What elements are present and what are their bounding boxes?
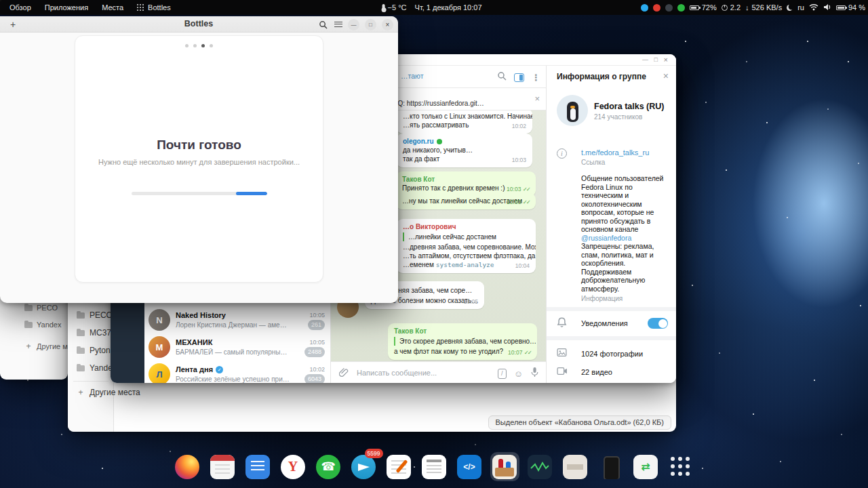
dock-item-packages[interactable] — [561, 452, 590, 481]
sidebar-item-label: РЕСО — [90, 310, 113, 320]
dock-item-telegram[interactable]: 5599 — [349, 452, 378, 481]
attach-icon[interactable] — [339, 367, 349, 380]
add-icon[interactable]: + — [7, 18, 19, 30]
sidebar-item-reso[interactable]: РЕСО — [24, 304, 58, 312]
dock-item-yandex-browser[interactable]: Y — [279, 452, 308, 481]
photos-label[interactable]: 1024 фотографии — [581, 350, 643, 358]
night-light-icon[interactable] — [787, 5, 793, 11]
kebab-menu-icon[interactable]: ⋮ — [532, 73, 540, 83]
audio-analyzer-icon — [528, 455, 552, 479]
dock-item-analyzer[interactable] — [526, 452, 555, 481]
app-tray-icon[interactable] — [665, 4, 673, 12]
inline-code: systemd-analyze — [436, 261, 494, 268]
menu-icon[interactable] — [334, 22, 342, 27]
sidebar-item-other-places[interactable]: + Другие места — [77, 385, 140, 400]
bot-commands-icon[interactable]: / — [498, 369, 507, 379]
chat-name: МЕХАНИК — [176, 338, 212, 346]
group-description: Общение пользователей Fedora Linux по те… — [581, 174, 673, 293]
folder-icon — [77, 330, 85, 336]
clock[interactable]: Чт, 1 декабря 10:07 — [415, 3, 482, 12]
wifi-icon[interactable] — [809, 3, 818, 12]
chat-list-item[interactable]: Л Лента дня ✓ 10:02 Российские зелёные у… — [144, 361, 330, 383]
typing-indicator: …тают — [401, 72, 423, 80]
sidebar-item-yandex[interactable]: Yandex — [24, 321, 62, 329]
dock-item-firefox[interactable] — [173, 452, 202, 481]
office-document-icon — [422, 455, 446, 479]
close-icon[interactable]: × — [663, 70, 669, 81]
videos-label[interactable]: 22 видео — [581, 368, 612, 376]
applications-menu[interactable]: Приложения — [39, 0, 94, 15]
close-icon[interactable]: × — [664, 56, 668, 64]
volume-icon[interactable] — [823, 3, 831, 12]
yandex-tray-icon[interactable] — [653, 4, 660, 12]
chat-message: …ну мы так линейки сейчас достанем 10:03… — [396, 193, 536, 209]
sidebar-item-ms37[interactable]: МС37 — [77, 325, 111, 340]
mention-link[interactable]: @russianfedora — [581, 234, 631, 242]
close-icon[interactable]: × — [382, 19, 393, 30]
bottles-headerbar[interactable]: + Bottles — □ × — [0, 16, 398, 33]
folder-icon — [77, 348, 85, 354]
maximize-icon[interactable]: □ — [365, 19, 376, 30]
weather-indicator[interactable]: −5 °C — [382, 3, 407, 12]
focused-app-menu[interactable]: Bottles — [132, 0, 176, 15]
minimize-icon[interactable]: — — [642, 56, 648, 64]
search-icon[interactable] — [317, 18, 329, 30]
battery-indicator[interactable]: 94 % — [836, 3, 865, 12]
sidebar-toggle-icon[interactable] — [514, 73, 524, 82]
phone-icon — [598, 455, 623, 479]
bottles-progress-fill — [236, 192, 267, 195]
activities-button[interactable]: Обзор — [4, 0, 37, 15]
load-indicator[interactable]: 2.2 — [722, 3, 741, 12]
notification-badge: 5599 — [365, 449, 383, 458]
bottles-icon — [492, 455, 517, 479]
sidebar-item-reso[interactable]: РЕСО — [77, 308, 113, 323]
chat-list-item[interactable]: N Naked History 10:05 Лорен Кристина Дже… — [144, 306, 330, 333]
read-receipt-icon: ✓✓ — [523, 199, 530, 205]
group-link[interactable]: t.me/fedora_talks_ru — [581, 148, 649, 157]
net-speed-indicator[interactable]: ↓ 526 KB/s — [745, 3, 782, 12]
microphone-icon[interactable] — [530, 367, 539, 380]
folder-icon — [77, 365, 85, 371]
maximize-icon[interactable]: □ — [654, 56, 658, 64]
top-bar: Обзор Приложения Места Bottles −5 °C Чт,… — [0, 0, 868, 15]
emoji-icon[interactable]: ☺ — [514, 369, 523, 379]
dock-item-text-editor[interactable] — [384, 452, 414, 481]
group-avatar[interactable] — [557, 95, 588, 126]
app-grid-mini-icon — [137, 4, 144, 11]
avatar: N — [149, 309, 170, 331]
window-title: Bottles — [184, 19, 213, 28]
telegram-tray-icon[interactable] — [641, 4, 648, 12]
thermometer-icon — [382, 4, 385, 11]
message-input[interactable] — [355, 365, 464, 380]
notifications-toggle[interactable] — [648, 318, 668, 329]
chat-name: Naked History — [176, 311, 226, 319]
divider — [547, 307, 676, 311]
carousel-dots[interactable] — [75, 44, 323, 47]
dock-item-vscode[interactable]: </> — [455, 452, 484, 481]
keyboard-layout-indicator[interactable]: ru — [797, 3, 804, 12]
whatsapp-tray-icon[interactable] — [677, 4, 685, 12]
dock-item-documents[interactable] — [243, 452, 273, 481]
close-icon[interactable]: × — [534, 94, 540, 104]
dock-item-app-grid[interactable] — [667, 452, 696, 481]
sidebar-item-label: МС37 — [90, 328, 111, 338]
chat-list-item[interactable]: М МЕХАНИК 10:05 БАРМАЛЕЙ — самый популяр… — [144, 333, 330, 361]
read-receipt-icon: ✓✓ — [523, 186, 530, 192]
sidebar-item-label: Другие места — [90, 388, 140, 397]
search-icon[interactable] — [497, 71, 507, 83]
sidebar-item-pyton[interactable]: Pyton — [77, 343, 111, 358]
ups-battery-indicator[interactable]: 72% — [690, 3, 717, 12]
battery-icon — [836, 5, 846, 10]
package-box-icon — [563, 455, 587, 479]
dock-item-calendar[interactable] — [208, 452, 237, 481]
places-menu[interactable]: Места — [96, 0, 129, 15]
dock-item-office-doc[interactable] — [420, 452, 449, 481]
chat-message: …о Викторович …линейки сейчас достанем …… — [397, 219, 536, 273]
divider — [547, 336, 676, 340]
minimize-icon[interactable]: — — [348, 19, 359, 30]
dock-item-whatsapp[interactable]: ☎ — [314, 452, 343, 481]
dock-item-bottles[interactable] — [490, 452, 519, 481]
dock-item-sync[interactable]: ⇄ — [631, 452, 660, 481]
sidebar-item-label: Pyton — [90, 346, 111, 355]
dock-item-phone[interactable] — [596, 452, 625, 481]
